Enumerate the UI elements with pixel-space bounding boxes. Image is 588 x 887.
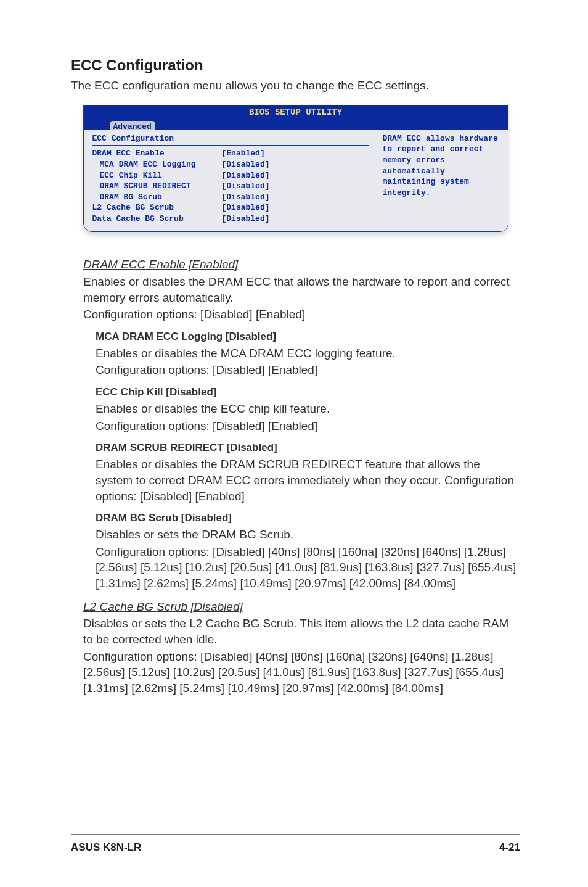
bios-option-label: MCA DRAM ECC Logging xyxy=(92,159,222,170)
subheading-chipkill: ECC Chip Kill [Disabled] xyxy=(96,386,520,400)
body-text: Disables or sets the DRAM BG Scrub. xyxy=(96,527,520,543)
bios-setup-panel: BIOS SETUP UTILITY Advanced ECC Configur… xyxy=(83,105,508,232)
bios-option-value: [Disabled] xyxy=(222,181,270,192)
bios-option-value: [Disabled] xyxy=(222,213,270,225)
bios-help-pane: DRAM ECC allows hardware to report and c… xyxy=(375,130,508,231)
bios-option-row[interactable]: L2 Cache BG Scrub [Disabled] xyxy=(92,202,369,213)
bios-option-value: [Disabled] xyxy=(222,159,270,170)
body-text: Enables or disables the MCA DRAM ECC log… xyxy=(96,345,520,361)
bios-option-label: DRAM BG Scrub xyxy=(92,192,222,203)
subheading-mca: MCA DRAM ECC Logging [Disabled] xyxy=(96,330,520,344)
body-text: Configuration options: [Disabled] [40ns]… xyxy=(83,649,520,696)
subheading-l2-scrub: L2 Cache BG Scrub [Disabled] xyxy=(83,599,520,615)
bios-option-row[interactable]: DRAM BG Scrub [Disabled] xyxy=(92,192,369,203)
bios-option-row[interactable]: Data Cache BG Scrub [Disabled] xyxy=(92,213,369,225)
bios-option-row[interactable]: DRAM SCRUB REDIRECT [Disabled] xyxy=(92,181,369,192)
bios-option-label: DRAM ECC Enable xyxy=(92,148,222,159)
bios-option-row[interactable]: MCA DRAM ECC Logging [Disabled] xyxy=(92,159,369,170)
body-text: Configuration options: [Disabled] [40ns]… xyxy=(96,544,520,592)
bios-left-pane: ECC Configuration DRAM ECC Enable [Enabl… xyxy=(84,130,375,231)
body-text: Configuration options: [Disabled] [Enabl… xyxy=(83,307,520,323)
intro-text: The ECC configuration menu allows you to… xyxy=(71,78,520,94)
bios-option-value: [Disabled] xyxy=(222,170,270,181)
body-text: Configuration options: [Disabled] [Enabl… xyxy=(96,362,520,378)
body-text: Configuration options: [Disabled] [Enabl… xyxy=(96,418,520,434)
footer-left: ASUS K8N-LR xyxy=(71,841,141,855)
subheading-bg-scrub: DRAM BG Scrub [Disabled] xyxy=(96,511,520,526)
section-heading: ECC Configuration xyxy=(71,56,520,75)
bios-tab-bar: Advanced xyxy=(84,118,508,130)
bios-group-title: ECC Configuration xyxy=(92,133,369,144)
body-text: Enables or disables the DRAM ECC that al… xyxy=(83,274,520,305)
bios-option-value: [Enabled] xyxy=(222,148,265,159)
bios-option-value: [Disabled] xyxy=(222,202,270,213)
bios-title: BIOS SETUP UTILITY xyxy=(84,105,508,118)
bios-option-row[interactable]: ECC Chip Kill [Disabled] xyxy=(92,170,369,181)
body-text: Enables or disables the DRAM SCRUB REDIR… xyxy=(96,456,520,504)
subheading-scrub-redirect: DRAM SCRUB REDIRECT [Disabled] xyxy=(96,441,520,455)
body-text: Enables or disables the ECC chip kill fe… xyxy=(96,401,520,417)
body-text: Disables or sets the L2 Cache BG Scrub. … xyxy=(83,616,520,647)
bios-option-row[interactable]: DRAM ECC Enable [Enabled] xyxy=(92,148,369,159)
page-footer: ASUS K8N-LR 4-21 xyxy=(71,834,520,855)
bios-option-label: Data Cache BG Scrub xyxy=(92,213,222,225)
bios-option-label: L2 Cache BG Scrub xyxy=(92,202,222,213)
bios-option-value: [Disabled] xyxy=(222,192,270,203)
footer-right: 4-21 xyxy=(499,841,520,855)
bios-option-label: ECC Chip Kill xyxy=(92,170,222,181)
subheading-dram-ecc: DRAM ECC Enable [Enabled] xyxy=(83,257,520,273)
bios-option-label: DRAM SCRUB REDIRECT xyxy=(92,181,222,192)
bios-divider xyxy=(92,145,369,146)
